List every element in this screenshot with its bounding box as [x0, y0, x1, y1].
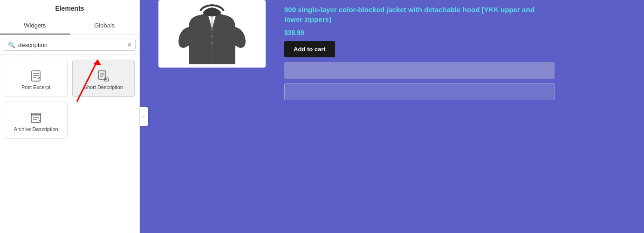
widget-short-description[interactable]: Short Description — [72, 60, 135, 97]
svg-rect-9 — [31, 114, 41, 123]
tab-globals[interactable]: Globals — [70, 17, 140, 34]
widget-archive-description-label: Archive Description — [14, 126, 58, 132]
widget-post-excerpt[interactable]: Post Excerpt — [5, 60, 68, 97]
widget-post-excerpt-label: Post Excerpt — [21, 84, 50, 90]
product-image-box — [158, 0, 266, 68]
widgets-grid: Post Excerpt Short Description — [0, 55, 139, 144]
product-area: 909 single-layer color-blocked jacket wi… — [140, 0, 644, 233]
post-excerpt-icon — [29, 69, 42, 82]
widget-short-description-label: Short Description — [84, 84, 123, 90]
svg-rect-0 — [32, 71, 40, 81]
widget-archive-description[interactable]: Archive Description — [5, 102, 68, 139]
archive-description-icon — [29, 111, 42, 124]
tabs-row: Widgets Globals — [0, 17, 139, 35]
collapse-icon: ‹ — [143, 114, 144, 119]
search-clear-button[interactable]: × — [128, 41, 131, 48]
search-input[interactable] — [18, 41, 128, 48]
tab-widgets[interactable]: Widgets — [0, 17, 70, 34]
product-image — [175, 4, 249, 64]
product-info-column: 909 single-layer color-blocked jacket wi… — [284, 0, 625, 233]
svg-point-19 — [211, 42, 213, 45]
left-panel: Elements Widgets Globals 🔍 × — [0, 0, 140, 233]
product-price: $38.99 — [284, 29, 625, 36]
search-icon: 🔍 — [8, 41, 15, 48]
right-panel: ‹ — [140, 0, 644, 233]
panel-title: Elements — [0, 0, 139, 17]
placeholder-bar-2 — [284, 83, 555, 100]
collapse-handle[interactable]: ‹ — [140, 107, 148, 126]
add-to-cart-button[interactable]: Add to cart — [284, 41, 335, 57]
product-title: 909 single-layer color-blocked jacket wi… — [284, 5, 555, 24]
placeholder-bar-1 — [284, 62, 555, 79]
product-image-column — [158, 0, 266, 233]
search-row: 🔍 × — [0, 35, 139, 55]
search-wrapper: 🔍 × — [4, 39, 136, 51]
short-description-icon — [97, 69, 110, 82]
svg-point-18 — [211, 35, 213, 38]
svg-point-17 — [211, 28, 213, 31]
